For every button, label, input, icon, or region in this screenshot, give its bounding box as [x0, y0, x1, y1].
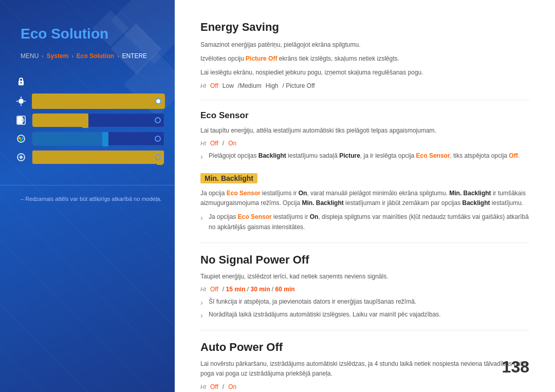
breadcrumb-eco[interactable]: Eco Solution	[77, 52, 114, 60]
slider-row-tint[interactable]	[15, 150, 164, 164]
svg-point-1	[21, 82, 22, 84]
eco-sensor-options-row: Ht Off / On	[200, 140, 529, 147]
svg-point-12	[22, 137, 24, 140]
energy-saving-section: Energy Saving Samazinot enerģijas patēri…	[200, 21, 529, 89]
no-signal-section: No Signal Power Off Taupiet enerģiju, iz…	[200, 253, 529, 320]
eco-sensor-section: Eco Sensor Lai taupītu enerģiju, attēla …	[200, 110, 529, 161]
slider-row-brightness[interactable]	[15, 94, 164, 109]
no-signal-bullet2: Norādītajā laikā izstrādājums automātisk…	[200, 310, 529, 320]
no-signal-options-row: Ht Off / 15 min / 30 min / 60 min	[200, 286, 529, 293]
min-backlight-section: Min. Backlight Ja opcija Eco Sensor iest…	[200, 166, 529, 232]
energy-saving-options-row: Ht Off Low /Medium High / Picture Off	[200, 82, 529, 89]
eco-sensor-desc: Lai taupītu enerģiju, attēla iestatījumi…	[200, 126, 529, 136]
ht-label-autopower: Ht	[200, 384, 206, 390]
energy-saving-desc3: Lai ieslēgtu ekrānu, nospiediet jebkuru …	[200, 68, 529, 78]
eco-sensor-bullet: Pielāgojot opcijas Backlight iestatījumu…	[200, 151, 529, 161]
sliders-area	[0, 70, 175, 175]
color-icon	[15, 133, 27, 144]
ht-label-eco: Ht	[200, 140, 206, 146]
auto-power-section: Auto Power Off Lai novērstu pārkaršanu, …	[200, 341, 529, 390]
svg-point-11	[18, 137, 21, 140]
no-signal-title: No Signal Power Off	[200, 253, 529, 267]
ht-label-energy: Ht	[200, 83, 206, 89]
divider-3	[200, 330, 529, 330]
auto-power-options-row: Ht Off / On	[200, 383, 529, 390]
slider-row-lock	[15, 75, 164, 87]
min-backlight-title: Min. Backlight	[200, 173, 257, 183]
energy-saving-title: Energy Saving	[200, 21, 529, 34]
slider-row-color[interactable]	[15, 132, 164, 146]
tint-icon	[15, 152, 27, 163]
min-backlight-desc: Ja opcija Eco Sensor iestatījums ir On, …	[200, 189, 529, 208]
brightness-icon	[15, 96, 27, 107]
svg-rect-3	[21, 97, 22, 98]
ht-label-nosignal: Ht	[200, 286, 206, 292]
svg-point-2	[18, 99, 24, 104]
auto-power-desc: Lai novērstu pārkaršanu, izstrādājums au…	[200, 359, 529, 379]
energy-saving-desc2: Izvēloties opciju Picture Off ekrāns tie…	[200, 54, 529, 64]
energy-saving-desc1: Samazinot enerģijas patēriņu, pielāgojot…	[200, 40, 529, 50]
page-title: Eco Solution	[0, 0, 175, 52]
breadcrumb-menu: MENU	[21, 52, 39, 60]
svg-rect-5	[16, 101, 18, 102]
no-signal-desc: Taupiet enerģiju, izslēdzot ierīci, kad …	[200, 272, 529, 282]
slider-row-contrast[interactable]	[15, 113, 164, 127]
left-bottom: Redzamais attēls var būt atšķirīgs atkar…	[0, 185, 175, 212]
svg-point-13	[20, 139, 23, 142]
svg-rect-4	[21, 104, 22, 106]
eco-sensor-title: Eco Sensor	[200, 110, 529, 121]
no-signal-bullet1: Šī funkcija ir atspējota, ja pievienotai…	[200, 297, 529, 307]
breadcrumb-enter: ENTERE	[122, 52, 147, 60]
min-backlight-bullet: Ja opcijas Eco Sensor iestatījums ir On,…	[200, 212, 529, 232]
auto-power-title: Auto Power Off	[200, 341, 529, 354]
divider-1	[200, 100, 529, 100]
svg-point-15	[20, 156, 23, 159]
left-panel: Eco Solution MENU › System › Eco Solutio…	[0, 0, 175, 392]
svg-rect-6	[24, 101, 26, 102]
model-note: Redzamais attēls var būt atšķirīgs atkar…	[21, 196, 164, 202]
breadcrumb: MENU › System › Eco Solution › ENTERE	[0, 52, 175, 70]
lock-icon	[15, 76, 27, 87]
contrast-icon	[15, 115, 27, 126]
breadcrumb-system[interactable]: System	[47, 52, 69, 60]
page-number: 138	[502, 358, 529, 377]
divider-2	[200, 242, 529, 243]
right-panel: Energy Saving Samazinot enerģijas patēri…	[175, 0, 555, 392]
